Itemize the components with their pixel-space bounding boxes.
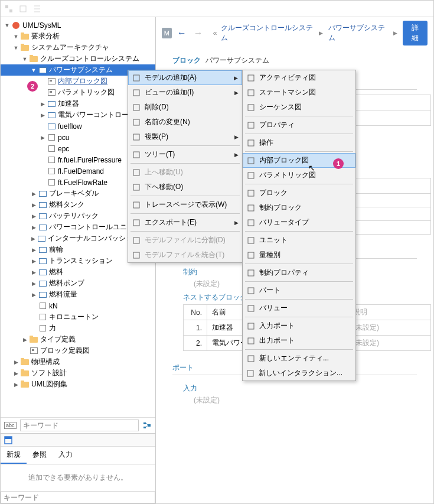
menu-icon — [130, 103, 142, 112]
menu-item[interactable]: パート — [243, 283, 355, 298]
bp-tab-new[interactable]: 新規 — [1, 447, 27, 464]
menu-item[interactable]: トレースページで表示(W) — [128, 197, 242, 212]
bp-search-input[interactable] — [1, 492, 155, 503]
svg-rect-37 — [248, 305, 254, 311]
svg-rect-16 — [133, 152, 139, 158]
menu-item: モデルファイルを統合(T) — [128, 248, 242, 262]
menu-item[interactable]: ツリー(T)▶ — [128, 147, 242, 162]
menu-icon — [245, 236, 257, 245]
menu-item[interactable]: シーケンス図 — [243, 100, 355, 115]
context-menu-2[interactable]: アクティビティ図ステートマシン図シーケンス図プロパティ操作内部ブロック図パラメト… — [242, 70, 356, 381]
context-menu-1[interactable]: モデルの追加(A)▶ビューの追加(I)▶削除(D)名前の変更(N)複製(P)▶ツ… — [128, 70, 243, 263]
menu-icon — [245, 157, 257, 165]
svg-rect-19 — [133, 202, 139, 208]
menu-item[interactable]: アクティビティ図 — [243, 70, 355, 85]
filter-icon[interactable] — [142, 421, 152, 430]
unit-icon — [47, 133, 56, 142]
menu-item[interactable]: ブロック — [243, 186, 355, 200]
menu-icon — [130, 151, 142, 159]
tb-icon-1[interactable] — [4, 4, 14, 14]
menu-item[interactable]: ビューの追加(I)▶ — [128, 85, 242, 100]
crumb-1[interactable]: クルーズコントロールシステム — [221, 23, 314, 43]
folder-icon — [20, 357, 30, 367]
tree-item[interactable]: ▼クルーズコントロールシステム — [1, 53, 155, 64]
block-icon — [47, 110, 56, 120]
menu-item[interactable]: 出力ポート — [243, 333, 355, 348]
bottom-pane: 新規 参照 入力 追加できる要素がありません。 — [1, 433, 155, 503]
menu-item[interactable]: ステートマシン図 — [243, 85, 355, 100]
bp-tab-input[interactable]: 入力 — [53, 447, 79, 464]
menu-icon — [130, 118, 142, 126]
menu-item[interactable]: 名前の変更(N) — [128, 115, 242, 129]
menu-item[interactable]: パラメトリック図 — [243, 168, 355, 183]
menu-item[interactable]: バリュータイプ — [243, 215, 355, 230]
menu-item[interactable]: 新しいインタラクション... — [243, 366, 355, 381]
menu-icon — [130, 251, 142, 259]
tree-item[interactable]: ▶燃料ポンプ — [1, 278, 155, 289]
tree-item[interactable]: ▶タイプ定義 — [1, 334, 155, 345]
tree-item[interactable]: ▼要求分析 — [1, 31, 155, 42]
tree-item[interactable]: kN — [1, 300, 155, 311]
unit-icon — [47, 167, 56, 176]
detail-button[interactable]: 詳細 — [403, 21, 428, 45]
tree-item[interactable]: ▼システムアーキテクチャ — [1, 42, 155, 53]
detail-title: ブロックパワーサブシステム — [156, 48, 433, 68]
menu-item[interactable]: エクスポート(E)▶ — [128, 215, 242, 230]
menu-item: 上へ移動(U) — [128, 165, 242, 180]
tree-item[interactable]: ▶物理構成 — [1, 356, 155, 368]
menu-item[interactable]: 制約プロパティ — [243, 265, 355, 280]
svg-rect-2 — [20, 6, 26, 12]
menu-item[interactable]: 削除(D) — [128, 100, 242, 115]
tree-search-input[interactable] — [20, 420, 139, 431]
svg-rect-40 — [248, 356, 254, 362]
menu-item: モデルファイルに分割(D) — [128, 233, 242, 248]
menu-item[interactable]: モデルの追加(A)▶ — [128, 70, 242, 85]
crumb-2[interactable]: パワーサブシステム — [328, 23, 388, 43]
cursor-icon: ↖ — [308, 163, 315, 173]
menu-icon — [245, 74, 257, 82]
menu-item[interactable]: 入力ポート — [243, 318, 355, 333]
folder-icon — [29, 54, 38, 64]
menu-item[interactable]: 新しいエンティティ... — [243, 351, 355, 366]
nav-back[interactable]: ← — [175, 28, 188, 38]
menu-icon — [245, 204, 257, 212]
folder-icon — [20, 32, 30, 41]
unit-icon — [47, 178, 56, 187]
tree-item[interactable]: ▶燃料流量 — [1, 289, 155, 300]
menu-icon — [245, 121, 257, 129]
tb-icon-2[interactable] — [18, 4, 28, 14]
menu-item[interactable]: 量種別 — [243, 248, 355, 262]
tree-item[interactable]: 力 — [1, 323, 155, 334]
svg-rect-17 — [133, 170, 139, 175]
tree-item[interactable]: ▶燃料 — [1, 266, 155, 278]
menu-item[interactable]: バリュー — [243, 301, 355, 316]
menu-item[interactable]: 複製(P)▶ — [128, 129, 242, 144]
menu-item[interactable]: プロパティ — [243, 118, 355, 132]
tree-item[interactable]: ブロック定義図 — [1, 345, 155, 356]
callout-2: 2 — [27, 81, 38, 92]
menu-item[interactable]: 制約ブロック — [243, 200, 355, 215]
block-icon — [38, 256, 47, 266]
menu-item[interactable]: ユニット — [243, 233, 355, 248]
svg-rect-33 — [248, 238, 254, 243]
tree-item[interactable]: ▶UML図例集 — [1, 379, 155, 390]
bp-tab-ref[interactable]: 参照 — [27, 447, 53, 464]
menu-icon — [245, 89, 257, 97]
menu-icon — [130, 89, 142, 97]
folder-icon — [20, 380, 30, 389]
menu-icon — [245, 103, 257, 112]
menu-item[interactable]: 操作 — [243, 135, 355, 150]
model-badge: M — [162, 28, 172, 38]
menu-item[interactable]: 下へ移動(O) — [128, 180, 242, 194]
block-icon — [47, 122, 56, 131]
tb-icon-3[interactable] — [32, 4, 42, 14]
tree-root[interactable]: ▼ UML/SysML — [1, 19, 155, 31]
nav-fwd[interactable]: → — [192, 28, 205, 38]
tree-item[interactable]: ▶ソフト設計 — [1, 368, 155, 379]
folder-icon — [20, 369, 30, 378]
svg-rect-15 — [133, 134, 139, 140]
menu-icon — [245, 251, 257, 259]
tree-item[interactable]: キロニュートン — [1, 311, 155, 323]
menu-icon — [245, 304, 257, 313]
menu-icon — [245, 322, 257, 330]
